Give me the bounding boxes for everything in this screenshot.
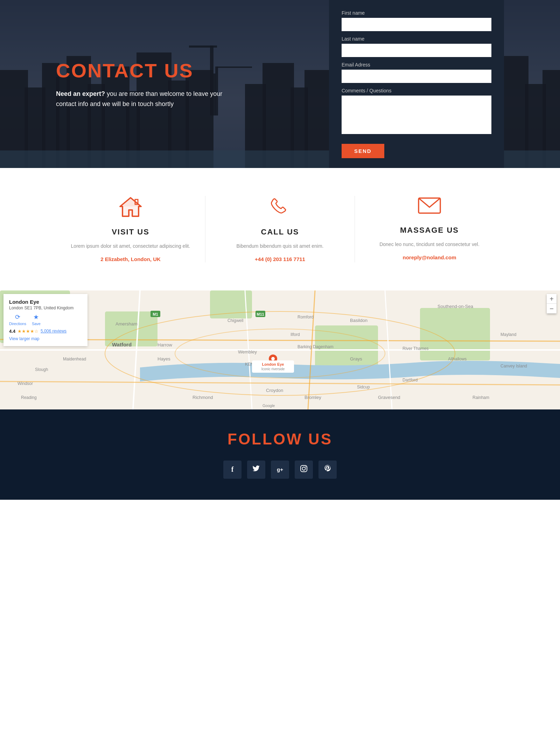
instagram-icon-link[interactable] [295, 461, 313, 479]
twitter-icon [252, 465, 260, 473]
map-container[interactable]: Wallingford Amersham Watford Maidenhead … [0, 290, 560, 409]
svg-text:Google: Google [262, 403, 275, 408]
svg-text:Rainham: Rainham [472, 395, 489, 400]
last-name-input[interactable] [342, 44, 491, 57]
googleplus-icon: g+ [277, 466, 283, 472]
svg-text:Harrow: Harrow [158, 342, 173, 348]
email-input[interactable] [342, 70, 491, 83]
last-name-label: Last name [342, 36, 491, 42]
email-group: Email Adress [342, 62, 491, 83]
first-name-group: First name [342, 10, 491, 31]
svg-text:Reading: Reading [21, 395, 37, 400]
visit-desc: Lorem ipsum dolor sit amet, consectetur … [70, 242, 191, 251]
house-icon [70, 196, 191, 220]
message-title: MASSAGE US [369, 226, 490, 235]
view-larger-map-link[interactable]: View larger map [9, 336, 39, 341]
call-card: CALL US Bibendum bibendum quis sit amet … [205, 196, 355, 262]
page-title: CONTACT US [56, 59, 224, 82]
svg-point-91 [271, 357, 275, 360]
map-rating-number: 4.4 [9, 329, 15, 334]
message-link[interactable]: noreply@noland.com [403, 254, 456, 260]
svg-text:Chigwell: Chigwell [227, 318, 243, 323]
svg-text:Grays: Grays [350, 356, 362, 362]
directions-button[interactable]: ⟳ Directions [9, 313, 26, 326]
social-icons-container: f g+ [0, 461, 560, 479]
pinterest-icon-link[interactable] [318, 461, 337, 479]
svg-text:Canvey Island: Canvey Island [500, 364, 527, 368]
info-section: VISIT US Lorem ipsum dolor sit amet, con… [0, 168, 560, 290]
pinterest-icon [324, 465, 331, 474]
map-info-panel: London Eye London SE1 7PB, United Kingdo… [4, 294, 88, 346]
svg-text:Sidcup: Sidcup [357, 385, 370, 389]
svg-text:Wembley: Wembley [238, 349, 257, 355]
email-label: Email Adress [342, 62, 491, 68]
save-button[interactable]: ★ Save [32, 313, 41, 326]
svg-text:Gravesend: Gravesend [378, 395, 400, 400]
message-card: MASSAGE US Donec leo nunc, tincidunt sed… [355, 196, 504, 261]
envelope-icon [369, 196, 490, 219]
map-ratings: 4.4 ★★★★☆ 5,006 reviews [9, 329, 82, 334]
last-name-group: Last name [342, 36, 491, 57]
hero-subtitle-bold: Need an expert? [56, 90, 105, 97]
first-name-label: First name [342, 10, 491, 16]
map-place-name: London Eye [9, 299, 82, 305]
send-button[interactable]: SEND [342, 144, 384, 158]
svg-text:Hayes: Hayes [158, 356, 170, 362]
svg-text:London Eye: London Eye [262, 362, 284, 366]
map-stars: ★★★★☆ [18, 329, 38, 334]
follow-title: FOLLOW US [0, 430, 560, 448]
map-reviews-link[interactable]: 5,006 reviews [41, 329, 66, 334]
hero-section: CONTACT US Need an expert? you are more … [0, 0, 560, 168]
map-place-address: London SE1 7PB, United Kingdom [9, 306, 82, 310]
hero-left-content: CONTACT US Need an expert? you are more … [56, 59, 224, 109]
svg-text:Ilford: Ilford [290, 332, 300, 337]
visit-title: VISIT US [70, 227, 191, 237]
zoom-in-button[interactable]: + [547, 294, 556, 304]
svg-text:Romford: Romford [298, 315, 314, 320]
message-desc: Donec leo nunc, tincidunt sed consectetu… [369, 240, 490, 249]
svg-text:Barking Dagenham: Barking Dagenham [298, 344, 334, 349]
instagram-icon [300, 465, 308, 474]
call-link[interactable]: +44 (0) 203 116 7711 [255, 256, 305, 262]
facebook-icon: f [231, 465, 234, 473]
svg-text:Southend-on-Sea: Southend-on-Sea [438, 304, 474, 309]
call-title: CALL US [219, 227, 341, 237]
directions-icon: ⟳ [15, 313, 20, 321]
svg-text:M1: M1 [153, 312, 158, 316]
comments-textarea[interactable] [342, 96, 491, 134]
svg-text:Croydon: Croydon [266, 388, 283, 393]
svg-text:Richmond: Richmond [192, 395, 213, 400]
svg-text:Mayland: Mayland [500, 332, 516, 337]
directions-label: Directions [9, 322, 26, 326]
svg-text:Allhallows: Allhallows [448, 357, 467, 362]
first-name-input[interactable] [342, 18, 491, 31]
svg-point-97 [302, 467, 306, 470]
svg-text:Amersham: Amersham [115, 321, 138, 327]
svg-text:River Thames: River Thames [402, 346, 428, 351]
visit-card: VISIT US Lorem ipsum dolor sit amet, con… [56, 196, 205, 262]
googleplus-icon-link[interactable]: g+ [271, 461, 289, 479]
svg-text:M11: M11 [257, 312, 264, 316]
twitter-icon-link[interactable] [247, 461, 265, 479]
save-label: Save [32, 322, 41, 326]
map-section: Wallingford Amersham Watford Maidenhead … [0, 290, 560, 409]
map-actions: ⟳ Directions ★ Save [9, 313, 82, 326]
save-icon: ★ [33, 313, 39, 321]
svg-text:Bromley: Bromley [304, 395, 321, 400]
zoom-out-button[interactable]: − [547, 304, 556, 314]
svg-text:Slough: Slough [35, 367, 48, 372]
comments-label: Comments / Questions [342, 88, 491, 93]
map-zoom-controls: + − [547, 294, 556, 314]
phone-icon [219, 196, 341, 220]
svg-text:Maidenhead: Maidenhead [63, 357, 86, 362]
svg-text:Dartford: Dartford [402, 378, 418, 382]
follow-section: FOLLOW US f g+ [0, 409, 560, 500]
hero-content: CONTACT US Need an expert? you are more … [0, 0, 560, 168]
comments-group: Comments / Questions [342, 88, 491, 135]
svg-text:Iconic riverside: Iconic riverside [261, 367, 285, 371]
visit-link[interactable]: 2 Elizabeth, London, UK [100, 256, 161, 262]
facebook-icon-link[interactable]: f [223, 461, 241, 479]
call-desc: Bibendum bibendum quis sit amet enim. [219, 242, 341, 251]
contact-form: First name Last name Email Adress Commen… [329, 0, 504, 168]
svg-text:Windsor: Windsor [18, 381, 33, 386]
